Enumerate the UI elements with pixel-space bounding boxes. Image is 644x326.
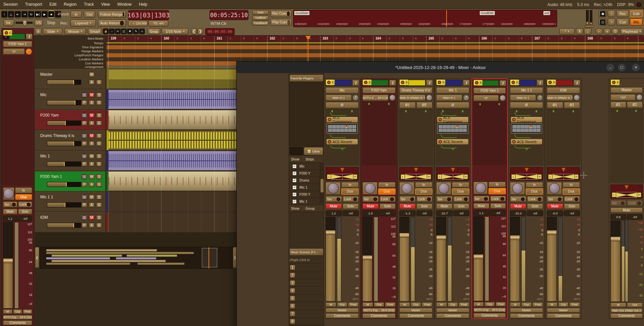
transport-button[interactable]: ▶| [35,10,41,18]
strip-small-button[interactable]: Grp [448,302,458,307]
mute-button[interactable]: M [89,154,95,159]
mouse-mode-button[interactable]: ☝ [103,28,109,35]
tempo-button[interactable]: ♩ = 120.000 [128,20,148,26]
strip-visibility-row[interactable]: ✓ P200 Y [289,170,324,177]
track-volume-slider[interactable] [47,202,81,207]
mixer-scene-row[interactable]: 2 [289,271,324,279]
pan-track[interactable] [442,174,464,180]
mixer-strip[interactable]: ↔ ∥ Mic 1 1 Main In 1 ∴ Ø [508,78,545,319]
strip-visibility-row[interactable]: ✓ Mic 1 [289,198,324,205]
track-header[interactable]: Mic M S P A G [35,89,105,109]
track-name[interactable]: Mic 1 [40,154,50,158]
solo-iso-button[interactable]: Iso [362,196,379,202]
transport-button[interactable]: ⇤ [15,10,21,18]
fader-handle[interactable] [3,259,13,263]
mixer-scene-row[interactable]: 1 [289,264,324,271]
solo-button[interactable]: S [96,113,102,118]
strip-small-button[interactable]: Post [422,302,432,307]
gain-display[interactable]: 1.0 [362,210,379,216]
midi-din-icon[interactable]: ∴ [25,48,32,55]
zoom-out-button[interactable]: − [595,28,603,35]
track-name[interactable]: Mic 1 1 [40,195,53,199]
scene-number-button[interactable]: 5 [290,296,295,301]
favorite-plugins-list[interactable] [289,82,324,146]
playlist-button[interactable]: P [81,100,87,105]
mixer-scene-row[interactable]: 3 [289,279,324,287]
comments-button[interactable]: Comments [547,313,580,318]
peak-display[interactable]: -inf [379,210,396,216]
expand-tracks-button[interactable]: ↕ [584,28,591,35]
strip-small-button[interactable]: M [473,302,484,307]
monitor-disk-button[interactable]: Disk [526,188,543,195]
comments-button[interactable]: Comments [362,313,396,318]
menu-item[interactable]: View [101,2,110,7]
strip-small-button[interactable]: M [436,302,447,307]
menu-item[interactable]: Session [3,2,18,7]
solo-button[interactable]: Solo [453,203,470,209]
phase-invert-button[interactable]: Ø [436,102,469,108]
mute-button[interactable]: M [89,92,95,97]
track-volume-slider[interactable] [47,100,81,105]
input-button[interactable]: Main In 1 [510,94,536,101]
solo-button[interactable]: Solo [343,203,359,209]
checkbox-icon[interactable]: ✓ [292,171,297,176]
gain-display[interactable]: 1.1 [3,216,17,221]
strip-name-button[interactable]: Master [610,87,643,93]
mixer-scene-row[interactable]: 5 [289,295,324,302]
mix-window-button[interactable]: Mix [630,18,643,25]
transport-button[interactable]: ■ [48,10,54,18]
track-lanes[interactable] [107,69,236,233]
mouse-mode-button[interactable]: ✂ [115,28,121,35]
strip-small-button[interactable]: M [362,302,373,307]
strip-small-button[interactable]: Grp [411,302,421,307]
monitor-disk-button[interactable]: Disk [452,188,469,195]
phase-invert-button[interactable]: Ø2 [416,102,433,108]
trim-knob[interactable] [426,94,432,101]
track-header[interactable]: P200 Yam 1 M S P A G [35,171,105,191]
output-button[interactable]: Master [399,308,432,313]
compressor-processor[interactable]: ACE Compressor [511,117,542,123]
output-button[interactable]: MOTU Exp… 28-0 (Out) [3,315,32,320]
input-button[interactable]: Main In 1 [326,94,352,101]
monitor-input-button[interactable]: In [378,182,396,188]
playlist-button[interactable]: P [81,202,87,207]
track-name[interactable]: P200 Yam [40,113,59,118]
menu-item[interactable]: Track [84,2,94,7]
audio-region[interactable] [109,110,236,129]
solo-lock-button[interactable]: Lock [627,200,643,206]
processor-box[interactable]: Fader ACE Compressor ACE Reverb [473,102,507,165]
menu-item[interactable]: Window [117,2,132,7]
peak-display[interactable]: -inf [527,210,543,216]
plugin-search-input[interactable] [290,147,303,155]
strip-name-button[interactable]: Mic 1 1 [510,87,543,93]
solo-button[interactable]: Solo [490,203,506,209]
track-volume-slider[interactable] [47,182,81,187]
monitor-input-button[interactable]: In [415,182,432,188]
panner[interactable]: L R [610,185,643,199]
panner[interactable]: L R [510,167,543,181]
processor-led[interactable] [5,31,8,35]
menu-item[interactable]: Edit [50,2,57,7]
scene-number-button[interactable]: 1 [290,265,295,270]
snap-button[interactable]: Snap [148,28,160,35]
ruler-row[interactable] [107,45,644,49]
ruler-row[interactable] [107,53,644,57]
gain-display[interactable]: 1.1 [473,210,489,216]
marker-filter-dropdown[interactable]: * [559,28,575,35]
add-strip-hint[interactable]: + [579,167,588,184]
reverb-processor[interactable]: ACE Reverb [326,139,358,145]
nudge-back-button[interactable]: ❮ [191,28,197,35]
mute-button[interactable]: Mute [3,209,17,214]
track-lane[interactable] [107,110,236,130]
menu-item[interactable]: Help [139,2,147,7]
scene-number-button[interactable]: 7 [290,311,295,317]
solo-button[interactable]: Solo [252,10,269,15]
solo-lock-button[interactable]: Lock [453,196,470,202]
zoom-fit-button[interactable]: ⊙ [611,28,619,35]
summary-view-rect[interactable] [202,248,217,267]
input-button[interactable]: MOTU E… 28-0 (In) [362,94,389,101]
zoom-focus-dropdown[interactable]: Playhead [620,28,643,35]
track-name[interactable]: IOM [40,215,48,220]
processor-box[interactable]: Fader ACE Compressor ACE Reverb [509,109,544,166]
solo-lock-button[interactable]: Lock [379,196,396,202]
